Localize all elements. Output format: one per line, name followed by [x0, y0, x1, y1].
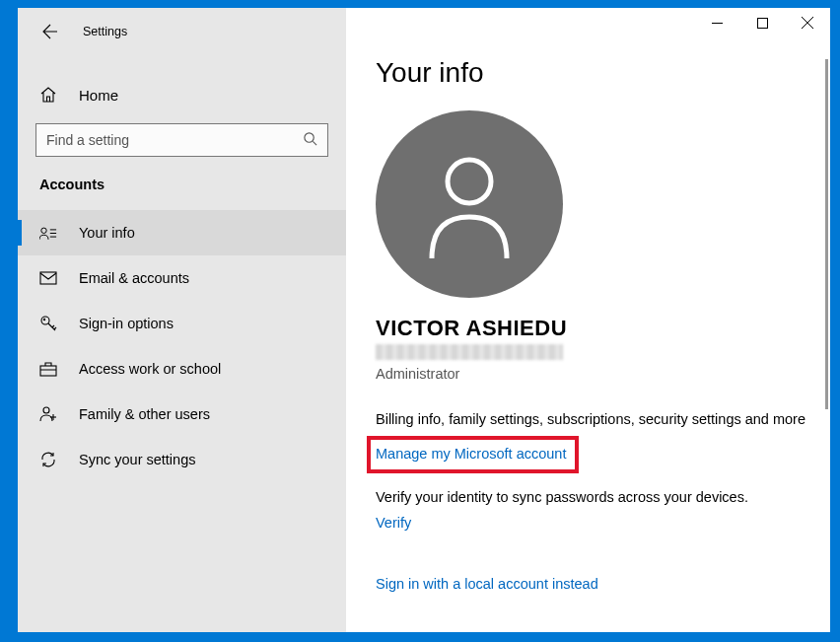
home-nav[interactable]: Home [18, 76, 346, 113]
maximize-button[interactable] [739, 8, 785, 37]
sidebar-item-label: Sign-in options [79, 316, 174, 331]
email-icon [39, 271, 59, 285]
user-role: Administrator [376, 366, 810, 382]
user-email-redacted [376, 344, 563, 360]
minimize-button[interactable] [694, 8, 739, 37]
highlighted-callout: Manage my Microsoft account [367, 436, 579, 473]
window-title: Settings [83, 25, 127, 38]
sidebar-item-work-school[interactable]: Access work or school [18, 346, 346, 392]
svg-point-8 [43, 319, 45, 321]
svg-rect-14 [757, 18, 767, 28]
home-icon [39, 86, 59, 104]
avatar-placeholder-icon [420, 150, 519, 258]
sidebar-item-label: Access work or school [79, 361, 221, 377]
svg-rect-9 [40, 366, 56, 376]
back-button[interactable] [39, 21, 61, 42]
sidebar-item-sync-settings[interactable]: Sync your settings [18, 437, 346, 482]
svg-line-1 [313, 141, 316, 145]
key-icon [39, 315, 59, 332]
sidebar-item-label: Email & accounts [79, 270, 189, 286]
svg-point-7 [41, 317, 49, 324]
svg-point-17 [448, 160, 491, 203]
verify-description: Verify your identity to sync passwords a… [376, 489, 810, 505]
sidebar-item-label: Family & other users [79, 406, 210, 422]
window-controls [694, 8, 830, 37]
sync-icon [39, 451, 59, 468]
minimize-icon [712, 18, 723, 29]
page-title: Your info [376, 57, 810, 89]
category-label: Accounts [18, 177, 346, 210]
svg-point-10 [43, 407, 49, 413]
svg-point-2 [41, 228, 46, 233]
svg-rect-6 [40, 272, 56, 284]
maximize-icon [757, 18, 768, 29]
home-label: Home [79, 87, 118, 104]
scrollbar[interactable] [825, 59, 828, 409]
search-input-container[interactable] [35, 123, 328, 157]
briefcase-icon [39, 361, 59, 377]
back-arrow-icon [42, 24, 58, 39]
search-input[interactable] [46, 132, 303, 148]
close-button[interactable] [785, 8, 830, 37]
settings-window: Settings Home Accounts Your info E [18, 8, 830, 632]
titlebar: Settings [18, 17, 346, 46]
close-icon [802, 17, 813, 29]
billing-description: Billing info, family settings, subscript… [376, 411, 810, 427]
family-icon [39, 405, 59, 423]
user-name: VICTOR ASHIEDU [376, 316, 810, 341]
avatar [376, 110, 563, 298]
sidebar-item-family-users[interactable]: Family & other users [18, 392, 346, 437]
search-icon [303, 131, 317, 150]
sidebar-item-your-info[interactable]: Your info [18, 210, 346, 255]
svg-point-0 [305, 132, 314, 141]
sidebar-item-label: Sync your settings [79, 452, 195, 467]
sidebar-item-label: Your info [79, 225, 135, 241]
sidebar-item-signin-options[interactable]: Sign-in options [18, 301, 346, 346]
sidebar-item-email-accounts[interactable]: Email & accounts [18, 255, 346, 301]
sidebar: Settings Home Accounts Your info E [18, 8, 346, 632]
user-info-icon [39, 226, 59, 241]
verify-link[interactable]: Verify [376, 515, 411, 531]
local-account-link[interactable]: Sign in with a local account instead [376, 576, 598, 592]
manage-microsoft-account-link[interactable]: Manage my Microsoft account [376, 446, 566, 462]
content-area: Your info VICTOR ASHIEDU Administrator B… [346, 8, 830, 632]
